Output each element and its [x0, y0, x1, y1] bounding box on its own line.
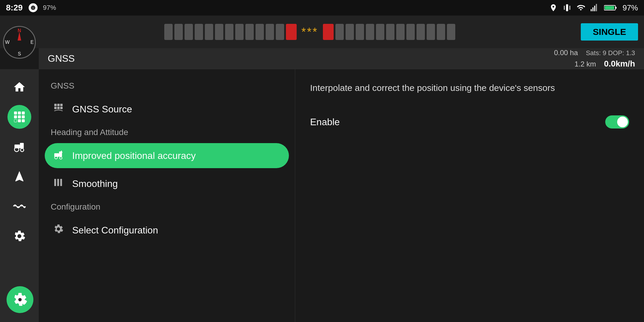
main-content: GNSS GNSS Source Heading and Attitude	[39, 69, 644, 322]
menu-item-gnss-source[interactable]: GNSS Source	[45, 97, 289, 122]
signal-seg	[447, 24, 455, 40]
svg-point-16	[18, 298, 21, 301]
signal-seg	[335, 24, 344, 40]
signal-seg-red-left	[286, 24, 297, 40]
navigate-icon	[13, 170, 26, 183]
section-label-config: Configuration	[45, 199, 289, 215]
enable-label: Enable	[310, 117, 340, 128]
svg-rect-8	[596, 4, 597, 11]
svg-point-27	[60, 157, 62, 159]
signal-seg	[356, 24, 364, 40]
svg-rect-2	[566, 4, 568, 11]
sidebar-item-gnss[interactable]	[7, 105, 31, 129]
signal-seg	[225, 24, 233, 40]
svg-rect-28	[54, 179, 56, 186]
svg-rect-10	[615, 7, 617, 9]
section-label-heading: Heading and Attitude	[45, 125, 289, 140]
svg-rect-11	[605, 6, 614, 10]
sidebar-item-tractor[interactable]	[7, 135, 31, 159]
svg-rect-18	[54, 104, 57, 106]
signal-seg-red-right	[323, 24, 334, 40]
signal-icon	[590, 4, 599, 12]
gnss-source-label: GNSS Source	[72, 104, 132, 115]
sidebar	[0, 69, 39, 322]
settings-icon	[13, 230, 26, 243]
svg-rect-29	[57, 179, 59, 186]
notification-icon: i	[29, 3, 38, 12]
tractor-icon	[13, 140, 26, 153]
gnss-distance: 1.2 km	[575, 60, 596, 68]
svg-rect-23	[60, 107, 63, 109]
svg-rect-21	[54, 107, 57, 109]
battery-percent-small: 97%	[43, 4, 56, 12]
signal-seg	[417, 24, 425, 40]
fab-gear-icon	[12, 292, 28, 308]
signal-seg	[185, 24, 193, 40]
gnss-stats: 0.00 ha Sats: 9 DOP: 1.3 1.2 km 0.0km/h	[554, 48, 635, 69]
svg-text:i: i	[33, 7, 33, 10]
signal-seg	[406, 24, 415, 40]
single-button[interactable]: SINGLE	[581, 23, 638, 41]
sidebar-item-settings[interactable]	[7, 224, 31, 248]
svg-rect-6	[592, 7, 594, 11]
signal-stars: ***	[301, 26, 318, 38]
signal-seg	[266, 24, 274, 40]
signal-seg	[366, 24, 374, 40]
svg-rect-7	[594, 6, 595, 11]
fab-settings-button[interactable]	[7, 286, 33, 313]
signal-seg	[427, 24, 435, 40]
wifi-icon	[577, 4, 585, 12]
svg-rect-20	[60, 104, 63, 106]
status-right: 97%	[549, 3, 638, 13]
compass: N S E W	[0, 16, 39, 69]
vibrate-icon	[563, 4, 571, 12]
signal-seg	[276, 24, 284, 40]
signal-seg	[256, 24, 264, 40]
gnss-header-title: GNSS	[48, 53, 554, 64]
signal-seg	[235, 24, 244, 40]
sidebar-item-route[interactable]	[7, 194, 31, 218]
svg-rect-13	[20, 143, 24, 148]
signal-seg	[215, 24, 223, 40]
status-bar: 8:29 i 97% 97%	[0, 0, 644, 16]
enable-toggle[interactable]	[605, 115, 629, 129]
top-bar: *** SINGLE	[0, 16, 644, 48]
left-panel: GNSS GNSS Source Heading and Attitude	[39, 69, 295, 322]
improved-accuracy-icon	[52, 149, 65, 162]
svg-rect-30	[60, 179, 62, 186]
signal-seg	[164, 24, 173, 40]
svg-point-17	[23, 303, 25, 305]
gnss-grid-icon	[14, 112, 25, 122]
svg-rect-3	[564, 6, 564, 10]
signal-seg	[346, 24, 354, 40]
section-label-gnss: GNSS	[45, 78, 289, 94]
smoothing-label: Smoothing	[72, 178, 118, 189]
select-config-icon	[52, 224, 65, 237]
sidebar-item-home[interactable]	[7, 75, 31, 99]
detail-description: Interpolate and correct the position usi…	[310, 81, 629, 95]
signal-seg	[245, 24, 254, 40]
menu-item-improved-accuracy[interactable]: Improved positional accuracy	[45, 143, 289, 168]
menu-item-smoothing[interactable]: Smoothing	[45, 171, 289, 196]
gnss-area: 0.00 ha	[554, 49, 578, 57]
battery-icon	[604, 4, 617, 12]
gnss-speed: 0.0km/h	[604, 59, 635, 68]
select-config-label: Select Configuration	[72, 225, 158, 236]
right-panel: Interpolate and correct the position usi…	[295, 69, 644, 322]
gnss-sats: Sats: 9 DOP: 1.3	[586, 49, 635, 57]
gnss-source-icon	[52, 103, 65, 116]
status-time: 8:29	[6, 3, 23, 13]
toggle-knob	[617, 117, 628, 127]
signal-seg	[396, 24, 405, 40]
signal-seg	[174, 24, 183, 40]
signal-seg	[386, 24, 394, 40]
signal-seg	[195, 24, 203, 40]
improved-accuracy-label: Improved positional accuracy	[72, 150, 196, 161]
svg-rect-4	[569, 6, 570, 10]
battery-percentage: 97%	[623, 3, 638, 13]
menu-item-select-config[interactable]: Select Configuration	[45, 218, 289, 243]
svg-rect-22	[57, 107, 60, 109]
sidebar-item-navigate[interactable]	[7, 165, 31, 188]
detail-enable-row: Enable	[310, 109, 629, 134]
svg-rect-19	[57, 104, 60, 106]
